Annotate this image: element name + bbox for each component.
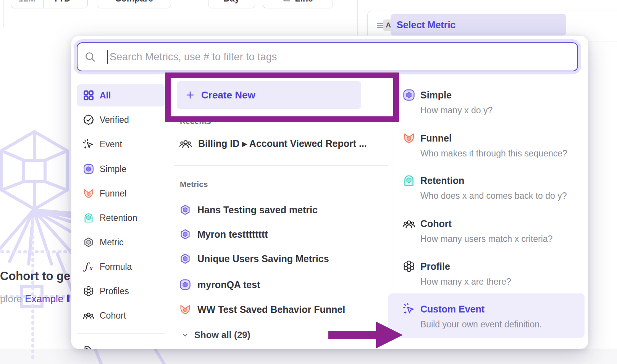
date-range-segmented-control[interactable]: 12M YTD [11, 0, 88, 8]
type-desc: How many x do y? [420, 104, 493, 117]
type-option-retention[interactable]: Retention Who does x and comes back to d… [402, 174, 567, 202]
background-explore-line: plore Example [0, 293, 73, 305]
screen: 12M YTD Compare Day Line Cohort to ge p [0, 0, 617, 364]
clipped-word-fragment [67, 295, 69, 302]
type-title: Simple [420, 89, 493, 101]
tag-icon [83, 345, 94, 349]
type-title: Funnel [420, 132, 567, 145]
metrics-section-label: Metrics [180, 180, 208, 189]
sidebar-item-funnel[interactable]: Funnel [77, 182, 165, 205]
retention-icon [402, 174, 415, 187]
metric-item[interactable]: myronQA test [179, 275, 260, 294]
panel-edge-line [3, 0, 3, 27]
chevron-down-icon [73, 0, 78, 1]
sidebar-divider [171, 81, 171, 349]
type-text: Cohort How many users match x criteria? [420, 217, 552, 245]
funnel-icon [83, 188, 94, 199]
drag-handle-icon[interactable] [377, 23, 383, 29]
sidebar-item-simple[interactable]: Simple [77, 158, 165, 180]
cohort-icon [402, 217, 415, 230]
grid-icon [83, 90, 94, 101]
event-cursor-icon [83, 139, 94, 150]
type-title: Custom Event [420, 303, 542, 316]
type-text: Retention Who does x and comes back to d… [420, 174, 567, 202]
type-option-funnel[interactable]: Funnel Who makes it through this sequenc… [402, 132, 567, 160]
sidebar-item-verified[interactable]: Verified [77, 109, 165, 131]
metric-item[interactable]: WW Test Saved Behavior Funnel [179, 300, 345, 319]
sidebar-item-event[interactable]: Event [77, 133, 165, 155]
line-chart-type-button[interactable]: Line [263, 0, 333, 8]
type-text: Profile How many x are there? [420, 260, 511, 288]
show-all-toggle[interactable]: Show all (29) [181, 327, 250, 343]
sidebar-item-profiles[interactable]: Profiles [77, 280, 165, 302]
clipped-label-fragment [100, 349, 107, 350]
funnel-icon [179, 303, 191, 316]
profiles-icon [83, 285, 94, 297]
custom-event-icon [402, 303, 415, 316]
range-12m-button[interactable]: 12M [11, 0, 43, 8]
sidebar-item-formula[interactable]: ƒ x Formula [77, 256, 165, 278]
range-ytd-button[interactable]: YTD [44, 0, 87, 8]
recent-item-billing-id[interactable]: Billing ID ▸ Account Viewed Report ... [179, 134, 367, 153]
type-desc: Who does x and comes back to do y? [420, 189, 567, 202]
profiles-icon [402, 260, 415, 273]
simple-icon [83, 163, 94, 175]
recents-metrics-divider [174, 165, 388, 166]
cohort-icon [179, 137, 192, 150]
type-title: Profile [420, 260, 511, 273]
search-input[interactable]: Search Metrics, use # to filter to tags [77, 42, 578, 71]
cohort-icon [83, 310, 94, 321]
create-new-button[interactable]: Create New [177, 81, 361, 109]
metric-item[interactable]: Unique Users Saving Metrics [179, 250, 329, 268]
type-desc: How many users match x criteria? [420, 232, 552, 245]
plus-icon [185, 90, 195, 100]
metric-hexagon-purple-icon [179, 228, 191, 240]
metric-item[interactable]: Myron testttttttt [179, 225, 268, 243]
text-caret [107, 50, 108, 64]
sidebar-item-retention[interactable]: Retention [77, 207, 165, 229]
formula-icon: ƒ x [83, 261, 94, 272]
background-headline-fragment: Cohort to ge [0, 269, 73, 283]
select-metric-button[interactable]: Select Metric [391, 14, 566, 35]
retention-icon [83, 212, 94, 224]
type-option-cohort[interactable]: Cohort How many users match x criteria? [402, 217, 552, 245]
type-option-custom-event[interactable]: Custom Event Build your own event defini… [402, 303, 542, 331]
search-icon [84, 51, 96, 63]
simple-icon [402, 89, 415, 101]
sidebar-item-metric[interactable]: Metric [77, 231, 165, 253]
funnel-icon [402, 132, 415, 145]
metric-hexagon-purple-icon [179, 253, 191, 265]
metric-hexagon-purple-icon [179, 204, 191, 216]
simple-icon [179, 279, 191, 291]
day-button[interactable]: Day [208, 0, 255, 8]
metric-hexagon-icon [83, 237, 94, 248]
sidebar-section-divider [77, 333, 165, 334]
type-text: Simple How many x do y? [420, 89, 493, 117]
type-text: Funnel Who makes it through this sequenc… [420, 132, 567, 160]
type-title: Retention [420, 174, 567, 187]
type-desc: How many x are there? [420, 275, 511, 288]
explore-text-fragment: plore [0, 293, 25, 304]
compare-button[interactable]: Compare [97, 0, 171, 8]
recents-section-label: Recents [180, 117, 211, 126]
type-option-simple[interactable]: Simple How many x do y? [402, 89, 493, 117]
type-title: Cohort [420, 217, 552, 230]
metric-item[interactable]: Hans Testing saved metric [179, 201, 318, 219]
type-text: Custom Event Build your own event defini… [420, 303, 542, 331]
sidebar-item-partial[interactable] [77, 339, 165, 349]
type-desc: Who makes it through this sequence? [420, 147, 567, 160]
metric-picker-modal: Search Metrics, use # to filter to tags … [71, 35, 588, 349]
type-desc: Build your own event definition. [420, 318, 542, 331]
sidebar-item-cohort[interactable]: Cohort [77, 304, 165, 327]
chevron-down-icon [181, 331, 189, 339]
search-placeholder: Search Metrics, use # to filter to tags [110, 51, 277, 63]
line-chart-icon [283, 0, 291, 3]
verified-badge-icon [83, 114, 94, 126]
example-reports-link[interactable]: Example [25, 293, 63, 304]
type-option-profile[interactable]: Profile How many x are there? [402, 260, 511, 288]
sidebar-item-all[interactable]: All [77, 84, 165, 106]
svg-text:x: x [89, 265, 93, 272]
